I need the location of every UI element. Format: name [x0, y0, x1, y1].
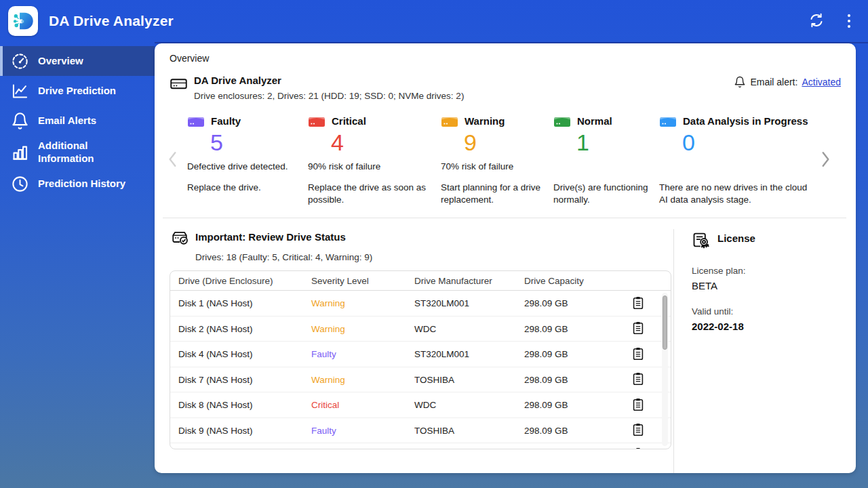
- capacity-cell: 298.09 GB: [524, 324, 625, 334]
- section-divider: [163, 218, 846, 218]
- drive-report-button[interactable]: [630, 296, 646, 312]
- status-card-recommendation: Start planning for a drive replacement.: [441, 182, 548, 205]
- column-header: Drive Manufacturer: [414, 276, 524, 286]
- overview-card: Overview DA Drive Analyzer Drive enclosu…: [155, 43, 856, 473]
- manufacturer-cell: TOSHIBA: [414, 426, 524, 436]
- manufacturer-cell: WDC: [414, 324, 524, 334]
- table-scrollbar-thumb[interactable]: [663, 296, 667, 350]
- license-panel: License License plan: BETA Valid until: …: [673, 229, 856, 473]
- column-header: Severity Level: [311, 276, 414, 286]
- clock-icon: [11, 175, 29, 193]
- drive-name-cell: Disk 9 (NAS Host): [178, 426, 311, 436]
- status-card-label: Normal: [577, 115, 612, 127]
- status-card-recommendation: There are no new drives in the cloud AI …: [659, 182, 811, 205]
- severity-cell: Critical: [311, 400, 414, 410]
- status-card-count: 9: [464, 130, 548, 155]
- status-card-description: [659, 161, 811, 173]
- severity-cell: Faulty: [311, 349, 414, 359]
- drive-check-icon: [170, 229, 190, 247]
- status-card-description: 70% risk of failure: [441, 161, 548, 173]
- drive-report-button[interactable]: [630, 346, 646, 363]
- drive-enclosure-icon: [170, 75, 188, 93]
- table-row: Disk 7 (NAS Host) Warning TOSHIBA 298.09…: [170, 367, 671, 393]
- clipboard-icon: [631, 378, 646, 388]
- email-alert-label: Email alert:: [750, 77, 797, 87]
- status-card: Warning 9 70% risk of failure Start plan…: [441, 115, 548, 205]
- email-alert-status-link[interactable]: Activated: [802, 77, 841, 87]
- column-header: Drive (Drive Enclosure): [178, 276, 311, 286]
- sidebar-item-label: Additional Information: [38, 140, 119, 165]
- license-plan-value: BETA: [692, 280, 849, 291]
- status-card-description: [553, 161, 654, 173]
- review-drive-status-section: Important: Review Drive Status Drives: 1…: [155, 229, 673, 473]
- table-row: Disk 1 (NAS Host) Warning ST320LM001 298…: [170, 291, 671, 317]
- chart-line-icon: [11, 82, 29, 100]
- status-card-label: Critical: [332, 115, 366, 127]
- license-valid-label: Valid until:: [692, 306, 849, 317]
- sidebar-item-email-alerts[interactable]: Email Alerts: [0, 106, 155, 136]
- status-card-recommendation: Replace the drive.: [187, 182, 302, 194]
- drive-report-button[interactable]: [630, 422, 646, 439]
- column-header: Drive Capacity: [524, 276, 625, 286]
- drive-report-button[interactable]: [630, 447, 646, 449]
- manufacturer-cell: ST320LM001: [414, 349, 524, 359]
- clipboard-icon: [631, 302, 646, 312]
- status-card: Normal 1 Drive(s) are functioning normal…: [553, 115, 654, 205]
- status-card-recommendation: Replace the drive as soon as possible.: [308, 182, 435, 205]
- da-logo-icon: [11, 9, 35, 33]
- sidebar-item-drive-prediction[interactable]: Drive Prediction: [0, 76, 155, 106]
- license-title: License: [717, 230, 755, 244]
- license-icon: [692, 230, 712, 248]
- email-alert: Email alert: Activated: [734, 76, 841, 88]
- bar-chart-icon: [11, 143, 29, 161]
- drive-report-button[interactable]: [630, 371, 646, 388]
- clipboard-icon: [631, 327, 646, 338]
- drive-name-cell: Disk 4 (NAS Host): [178, 349, 311, 359]
- bell-icon: [11, 112, 29, 130]
- clipboard-icon: [631, 353, 646, 363]
- status-card: Faulty 5 Defective drive detected. Repla…: [187, 115, 302, 194]
- table-row-partial: [170, 443, 671, 449]
- sidebar-item-label: Prediction History: [38, 178, 125, 190]
- page-title: Overview: [155, 50, 856, 64]
- refresh-button[interactable]: [806, 9, 827, 33]
- drive-status-icon: [308, 115, 326, 127]
- drive-name-cell: Disk 2 (NAS Host): [178, 324, 311, 334]
- drive-report-button[interactable]: [630, 397, 646, 413]
- status-card-label: Warning: [465, 115, 505, 127]
- drive-name-cell: Disk 7 (NAS Host): [178, 375, 311, 385]
- capacity-cell: 298.09 GB: [524, 298, 625, 308]
- drive-status-icon: [441, 115, 458, 127]
- more-menu-button[interactable]: [845, 12, 854, 31]
- carousel-next-button[interactable]: [816, 146, 834, 175]
- severity-cell: Warning: [311, 324, 414, 334]
- sidebar-item-overview[interactable]: Overview: [0, 46, 155, 76]
- sidebar-item-label: Email Alerts: [38, 115, 96, 127]
- status-card-description: Defective drive detected.: [187, 161, 302, 173]
- chevron-left-icon: [164, 165, 182, 175]
- review-subtitle: Drives: 18 (Faulty: 5, Critical: 4, Warn…: [195, 252, 673, 262]
- review-title: Important: Review Drive Status: [195, 229, 346, 243]
- sidebar-item-additional-information[interactable]: Additional Information: [0, 136, 155, 169]
- table-row: Disk 8 (NAS Host) Critical WDC 298.09 GB: [170, 392, 671, 418]
- chevron-right-icon: [816, 165, 834, 175]
- drive-report-button[interactable]: [630, 321, 646, 337]
- table-row: Disk 9 (NAS Host) Faulty TOSHIBA 298.09 …: [170, 418, 671, 444]
- status-card-count: 5: [210, 130, 302, 155]
- bell-icon: [734, 76, 746, 88]
- drive-table: Drive (Drive Enclosure) Severity Level D…: [170, 270, 671, 449]
- gauge-icon: [11, 52, 29, 70]
- drive-name-cell: Disk 8 (NAS Host): [178, 400, 311, 410]
- license-valid-value: 2022-02-18: [692, 321, 849, 332]
- summary-subtitle: Drive enclosures: 2, Drives: 21 (HDD: 19…: [194, 91, 464, 101]
- status-card-description: 90% risk of failure: [308, 161, 435, 173]
- refresh-icon: [808, 12, 825, 30]
- capacity-cell: 298.09 GB: [524, 375, 625, 385]
- status-card: Critical 4 90% risk of failure Replace t…: [308, 115, 435, 205]
- summary-title: DA Drive Analyzer: [194, 75, 464, 86]
- carousel-prev-button[interactable]: [164, 146, 182, 175]
- sidebar-item-label: Overview: [38, 55, 83, 68]
- status-card-recommendation: Drive(s) are functioning normally.: [553, 182, 654, 205]
- sidebar-item-prediction-history[interactable]: Prediction History: [0, 169, 155, 199]
- clipboard-icon: [631, 404, 646, 414]
